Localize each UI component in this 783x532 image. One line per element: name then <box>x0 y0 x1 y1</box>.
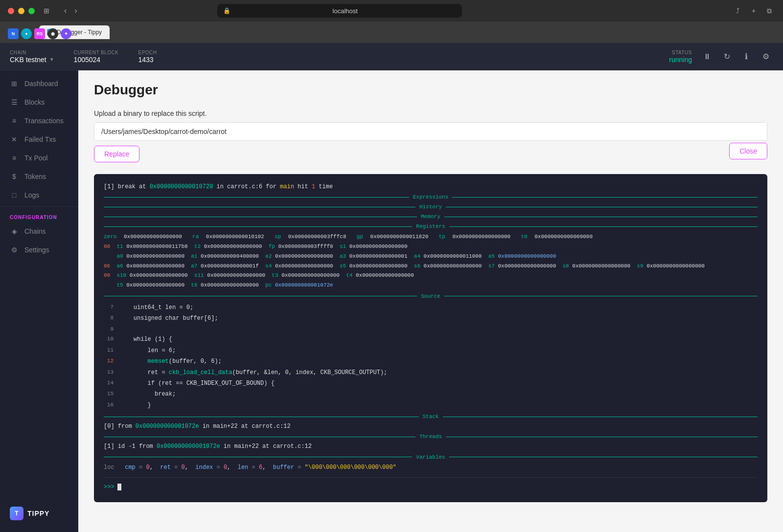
page-title: Debugger <box>94 82 767 98</box>
memory-section: Memory <box>94 212 767 222</box>
sidebar-item-blocks[interactable]: ☰ Blocks <box>0 93 78 111</box>
ext-icon-4[interactable]: ◉ <box>47 28 58 39</box>
source-section: Source <box>94 291 767 301</box>
threads-title: Threads <box>419 434 442 440</box>
thread-line: [1] id -1 from 0x000000000001072e in mai… <box>94 442 767 452</box>
registers-line-left <box>104 226 412 227</box>
src-line-16: 16 } <box>94 400 767 411</box>
reg-row-6: t5 0x0000000000000000 t6 0x0000000000000… <box>104 281 758 290</box>
logs-icon: □ <box>10 191 19 200</box>
source-title: Source <box>421 293 440 299</box>
pause-btn[interactable]: ⏸ <box>700 49 714 64</box>
sidebar-item-settings[interactable]: ⚙ Settings <box>0 241 78 259</box>
reg-row-4: 06 a6 0x0000000000000000 a7 0x0000000000… <box>104 262 758 271</box>
status-section: STATUS running ⏸ ↻ ℹ ⚙ <box>669 49 773 64</box>
close-button[interactable]: Close <box>729 143 767 159</box>
tippy-logo: T TIPPY <box>0 499 78 528</box>
expressions-section: Expressions <box>94 192 767 202</box>
sidebar-item-chains[interactable]: ◈ Chains <box>0 222 78 241</box>
browser-actions: ⤴ + ⧉ <box>732 5 775 17</box>
sidebar-item-tokens[interactable]: $ Tokens <box>0 167 78 186</box>
reg-row-5: 00 s10 0x0000000000000000 s11 0x00000000… <box>104 271 758 281</box>
chains-icon: ◈ <box>10 227 19 236</box>
console-divider <box>104 477 758 478</box>
ext-icon-3[interactable]: RS <box>34 28 45 39</box>
sidebar-label-dashboard: Dashboard <box>24 80 58 88</box>
sidebar-label-tokens: Tokens <box>24 173 46 180</box>
variables-line: loc cmp = 0, ret = 0, index = 0, len = 6… <box>94 462 767 473</box>
status-label: STATUS <box>672 50 692 55</box>
src-line-8: 8 unsigned char buffer[6]; <box>94 313 767 324</box>
dashboard-icon: ⊞ <box>10 79 19 88</box>
sidebar: ⊞ Dashboard ☰ Blocks ≡ Transactions ✕ Fa… <box>0 70 78 532</box>
browser-tabbar: D Debugger - Tippy <box>0 22 783 39</box>
address-text: localhost <box>234 7 456 15</box>
memory-line-left <box>104 217 417 217</box>
sidebar-label-failed-txs: Failed Txs <box>24 135 56 143</box>
info-btn[interactable]: ℹ <box>739 49 754 64</box>
sidebar-label-chains: Chains <box>24 227 46 235</box>
extension-icons: N ● RS ◉ ✦ <box>0 25 79 42</box>
ext-icon-2[interactable]: ● <box>21 28 32 39</box>
address-bar[interactable]: 🔒 localhost <box>217 4 462 18</box>
forward-btn[interactable]: › <box>72 5 79 16</box>
chain-label: CHAIN <box>10 50 54 55</box>
sidebar-label-logs: Logs <box>24 191 39 199</box>
replace-button[interactable]: Replace <box>94 146 139 162</box>
new-tab-btn[interactable]: + <box>748 5 760 17</box>
block-info: CURRENT BLOCK 1005024 <box>74 50 119 64</box>
history-section: History <box>94 202 767 212</box>
close-window-btn[interactable] <box>8 8 14 14</box>
pc-highlight: 0x000000000001072e <box>275 281 333 290</box>
settings-btn[interactable]: ⚙ <box>759 49 773 64</box>
sidebar-item-transactions[interactable]: ≡ Transactions <box>0 111 78 130</box>
src-line-7: 7 uint64_t len = 0; <box>94 302 767 313</box>
sidebar-item-logs[interactable]: □ Logs <box>0 186 78 204</box>
reg-row-2: 00 t1 0x000000000000117b8 t2 0x000000000… <box>104 242 758 252</box>
sidebar-item-dashboard[interactable]: ⊞ Dashboard <box>0 74 78 93</box>
back-btn[interactable]: ‹ <box>62 5 69 16</box>
sidebar-label-tx-pool: Tx Pool <box>24 154 47 162</box>
expressions-line-right <box>452 197 758 198</box>
tab-overview-btn[interactable]: ⧉ <box>763 5 775 17</box>
registers-title: Registers <box>416 223 445 229</box>
traffic-lights <box>8 8 35 14</box>
history-title: History <box>419 204 442 210</box>
debugger-console: [1] break at 0x0000000000010720 in carro… <box>94 174 767 502</box>
memory-title: Memory <box>421 214 440 220</box>
tippy-logo-text: TIPPY <box>27 510 49 517</box>
a5-highlight: 0x0000000000000000 <box>498 252 556 262</box>
sidebar-label-blocks: Blocks <box>24 98 45 106</box>
stack-section: Stack <box>94 412 767 421</box>
sidebar-label-transactions: Transactions <box>24 117 64 125</box>
debug-prompt: >>> <box>94 480 767 494</box>
browser-chrome: ⊞ ‹ › 🔒 localhost ⤴ + ⧉ D Debugger - Tip… <box>0 0 783 43</box>
threads-section: Threads <box>94 432 767 442</box>
epoch-value: 1433 <box>138 56 157 64</box>
expressions-title: Expressions <box>413 194 449 200</box>
chain-value: CKB testnet ▼ <box>10 56 54 64</box>
sidebar-item-failed-txs[interactable]: ✕ Failed Txs <box>0 130 78 149</box>
chain-info: CHAIN CKB testnet ▼ <box>10 50 54 64</box>
minimize-window-btn[interactable] <box>18 8 24 14</box>
maximize-window-btn[interactable] <box>28 8 35 14</box>
sidebar-item-tx-pool[interactable]: ≡ Tx Pool <box>0 149 78 167</box>
src-line-12-active: 12 memset(buffer, 0, 6); <box>94 356 767 367</box>
stack-title: Stack <box>423 414 439 420</box>
reg-row-1: zero 0x0000000000000000 ra 0x00000000000… <box>104 232 758 242</box>
app: CHAIN CKB testnet ▼ CURRENT BLOCK 100502… <box>0 43 783 532</box>
block-label: CURRENT BLOCK <box>74 50 119 55</box>
failed-txs-icon: ✕ <box>10 135 19 144</box>
ext-icon-5[interactable]: ✦ <box>61 28 71 39</box>
variables-title: Variables <box>416 454 445 460</box>
prompt-cursor <box>117 484 121 490</box>
share-btn[interactable]: ⤴ <box>732 5 744 17</box>
browser-titlebar: ⊞ ‹ › 🔒 localhost ⤴ + ⧉ <box>0 0 783 22</box>
sidebar-toggle-btn[interactable]: ⊞ <box>41 6 52 16</box>
refresh-btn[interactable]: ↻ <box>719 49 734 64</box>
memory-line-right <box>444 217 758 217</box>
ext-icon-1[interactable]: N <box>8 28 19 39</box>
upload-input[interactable] <box>94 122 767 141</box>
chain-dropdown-icon[interactable]: ▼ <box>49 57 54 62</box>
main-content: ⊞ Dashboard ☰ Blocks ≡ Transactions ✕ Fa… <box>0 70 783 532</box>
